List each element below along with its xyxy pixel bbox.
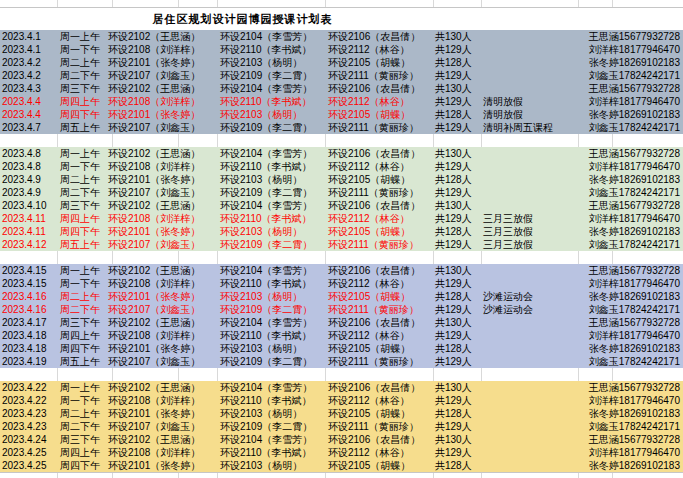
class-cell-3[interactable]: 环设2106（农昌倩） [326, 316, 433, 329]
count-cell[interactable]: 共128人 [433, 459, 481, 472]
class-cell-3[interactable]: 环设2106（农昌倩） [326, 82, 433, 95]
slot-cell[interactable]: 周五上午 [58, 355, 106, 368]
slot-cell[interactable]: 周四上午 [58, 329, 106, 342]
class-cell-1[interactable]: 环设2108（刘洋梓） [106, 446, 218, 459]
class-cell-3[interactable]: 环设2111（黄丽珍） [326, 186, 433, 199]
class-cell-3[interactable]: 环设2112（林谷） [326, 95, 433, 108]
class-cell-1[interactable]: 环设2108（刘洋梓） [106, 394, 218, 407]
class-cell-1[interactable]: 环设2101（张冬婷） [106, 407, 218, 420]
class-cell-3[interactable]: 环设2112（林谷） [326, 212, 433, 225]
contact-cell[interactable]: 刘鑫玉17824242171 [578, 238, 683, 251]
class-cell-1[interactable]: 环设2108（刘洋梓） [106, 212, 218, 225]
note-cell[interactable] [481, 329, 578, 342]
class-cell-2[interactable]: 环设2103（杨明） [218, 173, 326, 186]
slot-cell[interactable]: 周一上午 [58, 381, 106, 394]
note-cell[interactable] [481, 316, 578, 329]
note-cell[interactable]: 清明放假 [481, 95, 578, 108]
contact-cell[interactable]: 王思涵15677932728 [578, 30, 683, 43]
date-cell[interactable]: 2023.4.2 [0, 69, 58, 82]
count-cell[interactable]: 共130人 [433, 316, 481, 329]
date-cell[interactable]: 2023.4.16 [0, 303, 58, 316]
contact-cell[interactable]: 刘洋梓18177946470 [578, 277, 683, 290]
note-cell[interactable] [481, 355, 578, 368]
slot-cell[interactable]: 周四下午 [58, 342, 106, 355]
count-cell[interactable]: 共129人 [433, 95, 481, 108]
date-cell[interactable]: 2023.4.25 [0, 459, 58, 472]
class-cell-3[interactable]: 环设2105（胡蝶） [326, 56, 433, 69]
class-cell-1[interactable]: 环设2107（刘鑫玉） [106, 121, 218, 134]
class-cell-1[interactable]: 环设2107（刘鑫玉） [106, 238, 218, 251]
date-cell[interactable]: 2023.4.15 [0, 277, 58, 290]
contact-cell[interactable]: 刘洋梓18177946470 [578, 95, 683, 108]
class-cell-3[interactable]: 环设2106（农昌倩） [326, 381, 433, 394]
note-cell[interactable]: 三月三放假 [481, 225, 578, 238]
class-cell-3[interactable]: 环设2111（黄丽珍） [326, 420, 433, 433]
count-cell[interactable]: 共130人 [433, 199, 481, 212]
slot-cell[interactable]: 周四上午 [58, 212, 106, 225]
slot-cell[interactable]: 周二上午 [58, 290, 106, 303]
class-cell-1[interactable]: 环设2102（王思涵） [106, 316, 218, 329]
date-cell[interactable]: 2023.4.1 [0, 43, 58, 56]
count-cell[interactable]: 共129人 [433, 69, 481, 82]
contact-cell[interactable]: 刘鑫玉17824242171 [578, 69, 683, 82]
class-cell-3[interactable]: 环设2111（黄丽珍） [326, 121, 433, 134]
date-cell[interactable]: 2023.4.15 [0, 264, 58, 277]
class-cell-1[interactable]: 环设2102（王思涵） [106, 381, 218, 394]
class-cell-1[interactable]: 环设2107（刘鑫玉） [106, 303, 218, 316]
class-cell-1[interactable]: 环设2108（刘洋梓） [106, 160, 218, 173]
class-cell-2[interactable]: 环设2103（杨明） [218, 290, 326, 303]
contact-cell[interactable]: 刘鑫玉17824242171 [578, 186, 683, 199]
contact-cell[interactable]: 王思涵15677932728 [578, 381, 683, 394]
contact-cell[interactable]: 张冬婷18269102183 [578, 407, 683, 420]
class-cell-2[interactable]: 环设2104（李雪芳） [218, 30, 326, 43]
slot-cell[interactable]: 周一下午 [58, 43, 106, 56]
note-cell[interactable] [481, 43, 578, 56]
date-cell[interactable]: 2023.4.19 [0, 355, 58, 368]
slot-cell[interactable]: 周二上午 [58, 173, 106, 186]
date-cell[interactable]: 2023.4.11 [0, 212, 58, 225]
contact-cell[interactable]: 刘洋梓18177946470 [578, 329, 683, 342]
contact-cell[interactable]: 张冬婷18269102183 [578, 290, 683, 303]
class-cell-1[interactable]: 环设2102（王思涵） [106, 264, 218, 277]
contact-cell[interactable]: 张冬婷18269102183 [578, 173, 683, 186]
class-cell-1[interactable]: 环设2108（刘洋梓） [106, 43, 218, 56]
class-cell-1[interactable]: 环设2107（刘鑫玉） [106, 186, 218, 199]
count-cell[interactable]: 共129人 [433, 303, 481, 316]
date-cell[interactable]: 2023.4.8 [0, 147, 58, 160]
note-cell[interactable] [481, 394, 578, 407]
class-cell-3[interactable]: 环设2105（胡蝶） [326, 173, 433, 186]
class-cell-2[interactable]: 环设2110（李书斌） [218, 160, 326, 173]
note-cell[interactable] [481, 173, 578, 186]
note-cell[interactable]: 清明补周五课程 [481, 121, 578, 134]
slot-cell[interactable]: 周二下午 [58, 69, 106, 82]
class-cell-1[interactable]: 环设2108（刘洋梓） [106, 95, 218, 108]
date-cell[interactable]: 2023.4.4 [0, 95, 58, 108]
class-cell-1[interactable]: 环设2108（刘洋梓） [106, 277, 218, 290]
date-cell[interactable]: 2023.4.8 [0, 160, 58, 173]
class-cell-1[interactable]: 环设2107（刘鑫玉） [106, 69, 218, 82]
class-cell-2[interactable]: 环设2103（杨明） [218, 459, 326, 472]
class-cell-2[interactable]: 环设2109（李二霄） [218, 303, 326, 316]
count-cell[interactable]: 共130人 [433, 433, 481, 446]
class-cell-2[interactable]: 环设2103（杨明） [218, 108, 326, 121]
count-cell[interactable]: 共129人 [433, 186, 481, 199]
slot-cell[interactable]: 周三下午 [58, 316, 106, 329]
class-cell-2[interactable]: 环设2109（李二霄） [218, 355, 326, 368]
class-cell-2[interactable]: 环设2110（李书斌） [218, 277, 326, 290]
note-cell[interactable] [481, 82, 578, 95]
class-cell-2[interactable]: 环设2104（李雪芳） [218, 199, 326, 212]
class-cell-1[interactable]: 环设2101（张冬婷） [106, 225, 218, 238]
contact-cell[interactable]: 王思涵15677932728 [578, 316, 683, 329]
class-cell-1[interactable]: 环设2102（王思涵） [106, 199, 218, 212]
contact-cell[interactable]: 张冬婷18269102183 [578, 459, 683, 472]
note-cell[interactable] [481, 459, 578, 472]
class-cell-1[interactable]: 环设2101（张冬婷） [106, 459, 218, 472]
count-cell[interactable]: 共129人 [433, 329, 481, 342]
note-cell[interactable]: 沙滩运动会 [481, 290, 578, 303]
class-cell-3[interactable]: 环设2106（农昌倩） [326, 264, 433, 277]
count-cell[interactable]: 共128人 [433, 173, 481, 186]
class-cell-2[interactable]: 环设2103（杨明） [218, 342, 326, 355]
contact-cell[interactable]: 刘洋梓18177946470 [578, 43, 683, 56]
class-cell-2[interactable]: 环设2104（李雪芳） [218, 82, 326, 95]
slot-cell[interactable]: 周一上午 [58, 30, 106, 43]
